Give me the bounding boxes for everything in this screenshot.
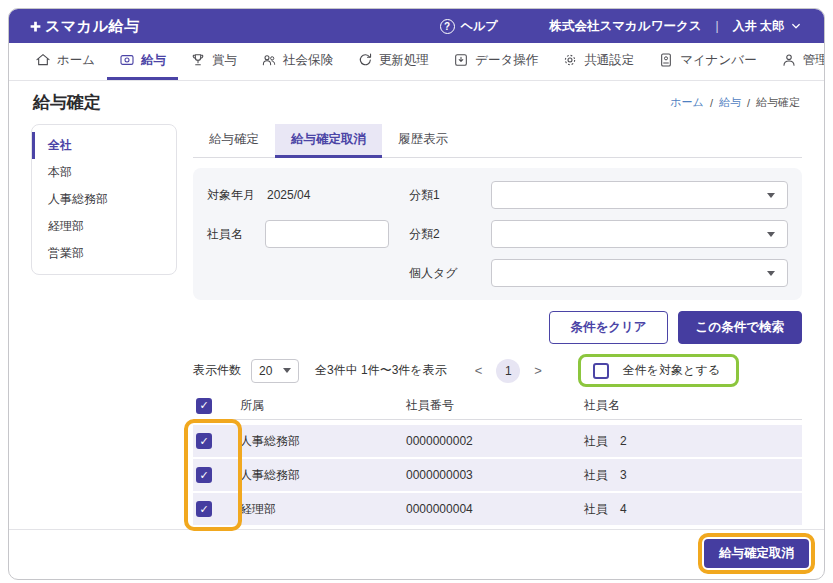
sidebar-item-headquarters[interactable]: 本部 [32, 159, 176, 186]
select-all-highlight-frame: 全件を対象とする [578, 354, 739, 387]
clear-conditions-button[interactable]: 条件をクリア [549, 311, 667, 344]
nav-label: ホーム [57, 52, 95, 69]
sidebar-item-sales[interactable]: 営業部 [32, 240, 176, 267]
main-nav: ホーム 給与 賞与 社会保険 更新処理 データ操作 共通設定 マイナンバー [9, 43, 824, 81]
app-window: スマカル給与 ヘルプ 株式会社スマカルワークス | 入井 太郎 ホーム 給与 [8, 8, 825, 580]
id-card-icon [658, 52, 674, 68]
sidebar-item-hr-general-affairs[interactable]: 人事総務部 [32, 186, 176, 213]
help-link[interactable]: ヘルプ [440, 18, 498, 35]
breadcrumb-separator: / [747, 97, 750, 109]
page-size-select[interactable]: 20 [251, 359, 299, 383]
row-checkbox[interactable] [196, 501, 212, 517]
nav-label: 給与 [141, 52, 166, 69]
nav-label: データ操作 [475, 52, 538, 69]
table-row[interactable]: 経理部 0000000004 社員 4 [193, 493, 802, 525]
page-title: 給与確定 [33, 91, 101, 114]
department-sidebar: 全社 本部 人事総務部 経理部 営業部 [31, 124, 177, 275]
select-all-checkbox[interactable] [593, 363, 609, 379]
home-icon [35, 52, 51, 68]
nav-label: 社会保険 [283, 52, 333, 69]
category2-label: 分類2 [391, 226, 491, 243]
download-box-icon [453, 52, 469, 68]
caret-down-icon [283, 368, 291, 373]
caret-down-icon [767, 193, 775, 198]
result-count-text: 全3件中 1件〜3件を表示 [315, 362, 447, 379]
cell-employee-name: 社員 3 [584, 467, 802, 484]
table-row[interactable]: 人事総務部 0000000002 社員 2 [193, 425, 802, 457]
category1-select[interactable] [491, 181, 788, 209]
cancel-button-highlight-frame: 給与確定取消 [698, 533, 815, 574]
breadcrumb-separator: / [710, 97, 713, 109]
plus-cross-icon [29, 20, 42, 33]
salary-icon [119, 52, 135, 68]
column-header-employee-name: 社員名 [584, 397, 802, 414]
payroll-confirm-cancel-button[interactable]: 給与確定取消 [704, 539, 809, 568]
nav-label: マイナンバー [680, 52, 756, 69]
nav-item-bonus[interactable]: 賞与 [178, 43, 249, 80]
cell-employee-no: 0000000003 [406, 468, 584, 482]
sidebar-item-accounting[interactable]: 経理部 [32, 213, 176, 240]
next-page-button[interactable]: > [530, 361, 546, 380]
chevron-down-icon [790, 20, 802, 32]
cell-employee-name: 社員 2 [584, 433, 802, 450]
nav-item-home[interactable]: ホーム [23, 43, 107, 80]
column-header-department: 所属 [240, 397, 406, 414]
row-checkbox[interactable] [196, 433, 212, 449]
filter-panel: 対象年月 2025/04 分類1 社員名 分類2 [193, 168, 802, 300]
nav-item-common-settings[interactable]: 共通設定 [550, 43, 646, 80]
breadcrumb-home[interactable]: ホーム [670, 95, 704, 110]
prev-page-button[interactable]: < [471, 361, 487, 380]
pagination-row: 表示件数 20 全3件中 1件〜3件を表示 < 1 > 全件を対象とする [193, 354, 802, 387]
user-menu[interactable]: 入井 太郎 [733, 18, 802, 35]
nav-item-my-number[interactable]: マイナンバー [646, 43, 768, 80]
tab-history[interactable]: 履歴表示 [382, 124, 464, 158]
app-logo[interactable]: スマカル給与 [29, 17, 139, 36]
page-head: 給与確定 ホーム / 給与 / 給与確定 [33, 91, 800, 114]
company-name: 株式会社スマカルワークス [549, 18, 701, 35]
breadcrumb-current: 給与確定 [756, 95, 800, 110]
help-icon [440, 19, 455, 34]
trophy-icon [190, 52, 206, 68]
top-bar: スマカル給与 ヘルプ 株式会社スマカルワークス | 入井 太郎 [9, 9, 824, 43]
category2-select[interactable] [491, 220, 788, 248]
tab-payroll-confirm-cancel[interactable]: 給与確定取消 [275, 124, 382, 158]
nav-item-admin[interactable]: 管理 [769, 43, 825, 80]
row-checkbox[interactable] [196, 467, 212, 483]
caret-down-icon [767, 232, 775, 237]
personal-tag-label: 個人タグ [391, 265, 491, 282]
cell-department: 経理部 [240, 501, 406, 518]
breadcrumb-payroll[interactable]: 給与 [719, 95, 741, 110]
nav-item-payroll[interactable]: 給与 [107, 43, 178, 80]
sidebar-item-all-company[interactable]: 全社 [32, 132, 176, 159]
category1-label: 分類1 [391, 187, 491, 204]
person-icon [781, 52, 797, 68]
employee-name-input[interactable] [265, 220, 389, 248]
cell-employee-no: 0000000002 [406, 434, 584, 448]
personal-tag-select[interactable] [491, 259, 788, 287]
target-month-label: 対象年月 [207, 187, 265, 204]
table-row[interactable]: 人事総務部 0000000003 社員 3 [193, 459, 802, 491]
page-size-value: 20 [259, 364, 272, 378]
app-logo-label: スマカル給与 [45, 17, 139, 36]
nav-item-data-operations[interactable]: データ操作 [441, 43, 550, 80]
target-month-value: 2025/04 [265, 188, 391, 202]
cell-employee-no: 0000000004 [406, 502, 584, 516]
select-all-label: 全件を対象とする [623, 362, 720, 379]
page-footer: 給与確定取消 [9, 529, 824, 579]
tab-payroll-confirm[interactable]: 給与確定 [193, 124, 275, 158]
cell-department: 人事総務部 [240, 433, 406, 450]
cell-department: 人事総務部 [240, 467, 406, 484]
header-checkbox[interactable] [196, 398, 212, 414]
people-group-icon [261, 52, 277, 68]
nav-label: 共通設定 [584, 52, 634, 69]
column-header-employee-no: 社員番号 [406, 397, 584, 414]
nav-item-update-process[interactable]: 更新処理 [345, 43, 441, 80]
nav-label: 更新処理 [379, 52, 429, 69]
breadcrumb: ホーム / 給与 / 給与確定 [670, 95, 800, 110]
page-number-button[interactable]: 1 [496, 359, 520, 383]
content-row: 全社 本部 人事総務部 経理部 営業部 給与確定 給与確定取消 履歴表示 対象年… [31, 124, 802, 527]
nav-item-social-insurance[interactable]: 社会保険 [249, 43, 345, 80]
search-button[interactable]: この条件で検索 [678, 311, 802, 344]
table-header-row: 所属 社員番号 社員名 [193, 392, 802, 420]
help-label: ヘルプ [461, 18, 498, 35]
